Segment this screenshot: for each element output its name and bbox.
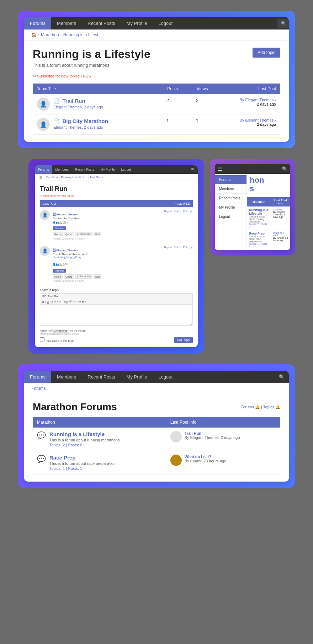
post-entry-2: 👤 Report Delete Edit 🔗 🄴 Elegant Themes … bbox=[40, 243, 193, 285]
align-center[interactable]: ≡ bbox=[57, 301, 58, 303]
font-btn[interactable]: A bbox=[52, 301, 53, 303]
reply-toolbar: B I U | A ≡ ≡ ≡ | img 🔗 ≫ « ⊕ ◉ Σ bbox=[40, 299, 193, 304]
nav3-members[interactable]: Members bbox=[51, 371, 82, 383]
link-icon[interactable]: 🔗 bbox=[190, 210, 193, 213]
mobile-last-post-1: Trail Run By Elegant Themes, 2 days ago bbox=[273, 208, 288, 218]
title-row: Running is a Lifestyle Add topic bbox=[33, 48, 280, 61]
edit-btn-1[interactable]: Edit bbox=[94, 232, 101, 236]
nav3-forums[interactable]: Forums bbox=[24, 371, 51, 383]
edit-link-2[interactable]: Edit bbox=[183, 246, 187, 249]
report-link[interactable]: Report bbox=[164, 210, 172, 213]
last-post-link-1[interactable]: By Elegant Themes › bbox=[239, 98, 276, 102]
code-btn[interactable]: « bbox=[76, 301, 78, 303]
bc-lifestyle-sm[interactable]: Running is a Lifest... bbox=[61, 176, 86, 179]
bc-marathon-sm[interactable]: Marathon bbox=[46, 176, 58, 179]
search-icon-sm[interactable]: 🔍 bbox=[188, 168, 198, 171]
link-btn[interactable]: 🔗 bbox=[69, 300, 72, 303]
add-topic-button[interactable]: Add topic bbox=[253, 48, 280, 58]
mobile-forum-desc-1: This is a forum about running marathons bbox=[249, 215, 269, 223]
nav-sm-logout[interactable]: Logout bbox=[118, 165, 134, 174]
nav-my-profile[interactable]: My Profile bbox=[121, 17, 153, 29]
mobile-nav: ☰ 🔍 bbox=[215, 164, 290, 174]
last-post-marathon-1: Trail Run By Elegant Themes, 2 days ago bbox=[170, 431, 276, 442]
italic-btn[interactable]: I bbox=[45, 301, 46, 303]
subscribe-link-sm[interactable]: ✉ Subscribe for new topics bbox=[40, 194, 74, 197]
reply-textarea[interactable] bbox=[40, 304, 193, 326]
nav3-logout[interactable]: Logout bbox=[153, 371, 178, 383]
forums-rss[interactable]: Forums 🔔 | Topics 🔔 bbox=[241, 405, 280, 409]
nav-sm-members[interactable]: Members bbox=[52, 165, 72, 174]
reply-btn-1[interactable]: Reply bbox=[53, 232, 63, 236]
mobile-forum-name-2[interactable]: Race Prep bbox=[249, 232, 269, 235]
last-post-avatar-2 bbox=[170, 455, 182, 466]
underline-btn[interactable]: U bbox=[47, 301, 49, 303]
posts-2: 1 bbox=[153, 114, 182, 135]
mobile-menu-logout[interactable]: Logout bbox=[215, 212, 246, 221]
delete-link-2[interactable]: Delete bbox=[174, 246, 181, 249]
nav-sm-forums[interactable]: Forums bbox=[35, 165, 52, 174]
add-reply-button[interactable]: Add Reply bbox=[174, 337, 193, 343]
mobile-forum-table: Marathon Last Post Info Running is a Lif… bbox=[247, 197, 290, 250]
reply-btn-2[interactable]: Reply bbox=[53, 274, 63, 279]
subscribe-check-label[interactable]: Subscribe to this topic bbox=[40, 337, 74, 343]
home-icon[interactable]: 🏠 bbox=[31, 32, 37, 37]
mark-btn-1[interactable]: ✓ Subscribe bbox=[75, 232, 92, 236]
quote-toolbar-btn[interactable]: ≫ bbox=[73, 300, 75, 303]
nav-forums[interactable]: Forums bbox=[24, 17, 51, 29]
search-icon-3[interactable]: 🔍 bbox=[275, 374, 289, 380]
hamburger-icon[interactable]: ☰ bbox=[218, 166, 222, 172]
link-icon-2[interactable]: 🔗 bbox=[190, 246, 193, 249]
mobile-forum-name-1[interactable]: Running is a Lifestyle bbox=[249, 208, 269, 215]
nav-sm-recent[interactable]: Recent Posts bbox=[72, 165, 97, 174]
mobile-menu-recent[interactable]: Recent Posts bbox=[215, 194, 246, 203]
chat-icon-2: 💬 bbox=[37, 455, 46, 463]
mobile-menu-members[interactable]: Members bbox=[215, 184, 246, 194]
browser-2: Forums Members Recent Posts My Profile L… bbox=[35, 165, 198, 347]
topic-big-city[interactable]: Big City Marathon bbox=[62, 118, 108, 124]
nav-bar-1: Forums Members Recent Posts My Profile L… bbox=[24, 17, 289, 29]
search-icon[interactable]: 🔍 bbox=[277, 19, 289, 28]
nav-recent-posts[interactable]: Recent Posts bbox=[82, 17, 121, 29]
last-post-marathon-2: What do I eat? By runner, 23 hours ago bbox=[170, 455, 276, 466]
align-left[interactable]: ≡ bbox=[54, 301, 56, 303]
report-link-2[interactable]: Report bbox=[164, 246, 172, 249]
edit-link[interactable]: Edit bbox=[183, 210, 187, 213]
forum-name-2[interactable]: Race Prep bbox=[49, 455, 117, 461]
home-icon-sm[interactable]: 🏠 bbox=[39, 176, 43, 179]
bold-btn[interactable]: B bbox=[42, 301, 44, 303]
last-post-link-2[interactable]: By Elegant Themes › bbox=[239, 118, 276, 122]
mobile-col-marathon: Marathon bbox=[247, 197, 271, 206]
quote-btn-2[interactable]: Quote bbox=[64, 274, 74, 279]
nav3-recent[interactable]: Recent Posts bbox=[82, 371, 121, 383]
align-right[interactable]: ≡ bbox=[59, 301, 61, 303]
bc-trailrun-sm[interactable]: Trail Run bbox=[90, 176, 101, 179]
nav-bar-3: Forums Members Recent Posts My Profile L… bbox=[24, 371, 289, 383]
img-btn[interactable]: img bbox=[64, 301, 68, 303]
last-post-title-2[interactable]: What do I eat? bbox=[185, 455, 226, 459]
nav3-profile[interactable]: My Profile bbox=[121, 371, 153, 383]
breadcrumb-marathon[interactable]: Marathon bbox=[41, 32, 59, 37]
attachment-link[interactable]: 📎 running_image_01.jpg bbox=[53, 256, 193, 259]
edit-btn-2[interactable]: Edit bbox=[94, 274, 101, 279]
avatar-post-2: 👤 bbox=[40, 246, 50, 256]
choose-file-btn[interactable]: Choose File bbox=[52, 329, 69, 333]
topic-trail-run[interactable]: Trail Run bbox=[62, 98, 85, 104]
mobile-search-icon[interactable]: 🔍 bbox=[282, 166, 287, 171]
nav-logout[interactable]: Logout bbox=[153, 17, 178, 29]
panel-1: Forums Members Recent Posts My Profile L… bbox=[18, 11, 295, 148]
mobile-page-content: hons bbox=[247, 174, 290, 195]
forum-name-1[interactable]: Running is a Lifestyle bbox=[49, 431, 120, 437]
subscribe-checkbox[interactable] bbox=[40, 337, 44, 342]
mobile-menu-forums[interactable]: Forums bbox=[215, 175, 246, 184]
breadcrumb-current[interactable]: Running is a Lifest... bbox=[63, 32, 102, 37]
mobile-menu-profile[interactable]: My Profile bbox=[215, 203, 246, 212]
delete-link[interactable]: Delete bbox=[174, 210, 181, 213]
subscribe-link[interactable]: ✉ Subscribe for new topics | RSS bbox=[33, 74, 91, 78]
quote-btn-1[interactable]: Quote bbox=[64, 232, 74, 236]
mark-btn-2[interactable]: ✓ Subscribe bbox=[75, 274, 92, 279]
nav-sm-profile[interactable]: My Profile bbox=[97, 165, 118, 174]
nav-members[interactable]: Members bbox=[51, 17, 82, 29]
more-icons[interactable]: ⊕ ◉ Σ bbox=[79, 300, 86, 303]
last-post-title-1[interactable]: Trail Run bbox=[185, 431, 240, 435]
bc3-forums[interactable]: Forums bbox=[31, 386, 46, 391]
